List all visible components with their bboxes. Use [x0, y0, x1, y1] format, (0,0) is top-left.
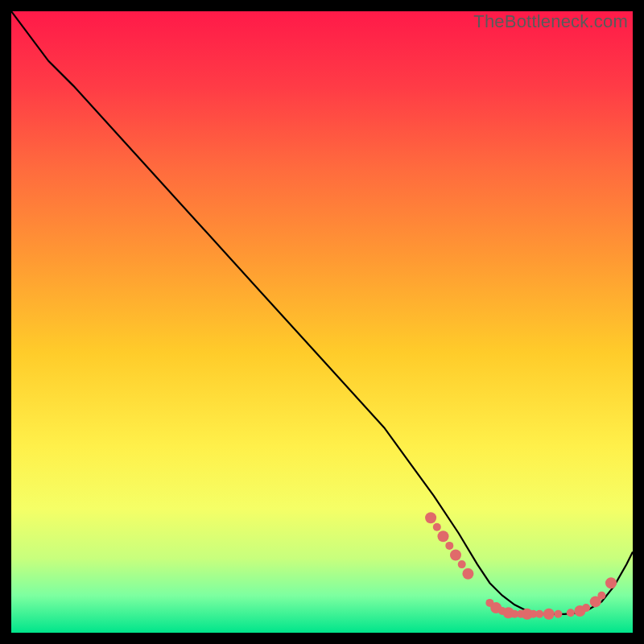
marker-point — [445, 542, 453, 550]
marker-point — [554, 610, 562, 618]
marker-point — [462, 568, 473, 580]
marker-point — [450, 550, 461, 561]
marker-point — [433, 523, 441, 531]
marker-point — [535, 610, 543, 618]
chart-background — [11, 11, 633, 633]
marker-point — [458, 560, 466, 568]
marker-point — [605, 577, 617, 588]
marker-point — [543, 609, 555, 620]
marker-point — [438, 530, 449, 542]
marker-point — [567, 609, 575, 617]
chart-svg — [11, 11, 633, 633]
watermark-text: TheBottleneck.com — [473, 11, 628, 32]
marker-point — [425, 512, 436, 523]
marker-point — [582, 604, 590, 612]
chart-frame: TheBottleneck.com — [11, 11, 633, 633]
marker-point — [597, 592, 605, 600]
